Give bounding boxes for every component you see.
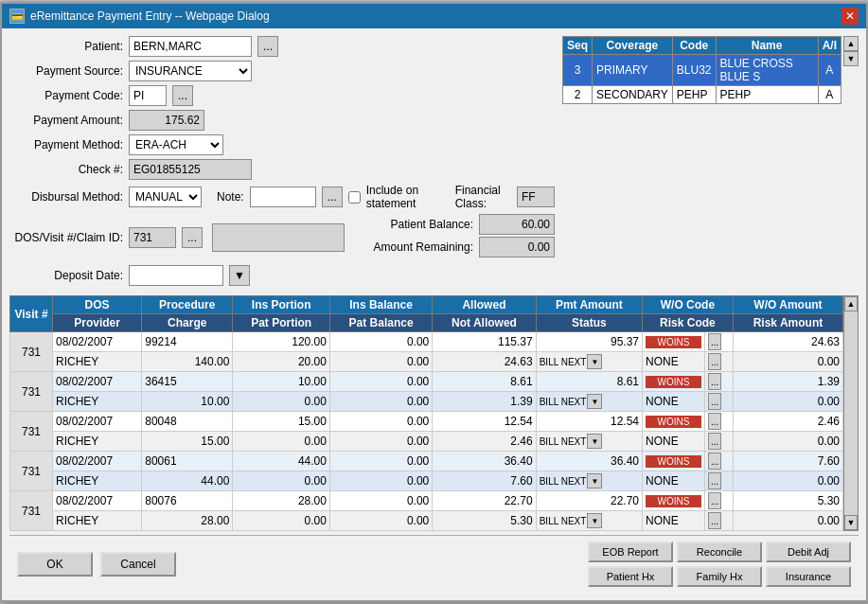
row-charge: 44.00	[142, 471, 233, 491]
close-button[interactable]: ✕	[841, 8, 859, 25]
row-proc: 80076	[142, 491, 233, 511]
row-wo-dots[interactable]: ...	[704, 372, 733, 392]
row-risk-dots[interactable]: ...	[704, 511, 733, 531]
row-provider: RICHEY	[53, 392, 142, 412]
main-table-scroll-up[interactable]: ▲	[844, 296, 858, 311]
row-wo-dots[interactable]: ...	[704, 452, 733, 471]
note-browse-button[interactable]: ...	[322, 187, 343, 207]
status-dropdown-btn[interactable]: ▼	[587, 473, 602, 489]
cov-name: BLUE CROSS BLUE S	[716, 55, 818, 86]
row-proc: 99214	[142, 332, 233, 352]
col-ins-portion: Ins Portion	[233, 296, 330, 314]
insurance-button[interactable]: Insurance	[766, 566, 851, 587]
row-risk-dots[interactable]: ...	[704, 352, 733, 372]
coverage-row[interactable]: 2 SECONDARY PEHP PEHP A	[563, 86, 841, 104]
coverage-header-coverage: Coverage	[593, 37, 673, 55]
row-pat-portion: 0.00	[233, 392, 330, 412]
row-risk-dots[interactable]: ...	[704, 392, 733, 412]
row-status[interactable]: BILL NEXT ▼	[536, 432, 642, 452]
row-allowed: 115.37	[433, 332, 536, 352]
table-row: RICHEY 28.00 0.00 0.00 5.30 BILL NEXT ▼ …	[10, 511, 843, 531]
patient-hx-button[interactable]: Patient Hx	[588, 566, 673, 587]
row-status[interactable]: BILL NEXT ▼	[536, 471, 642, 491]
table-row: RICHEY 140.00 20.00 0.00 24.63 BILL NEXT…	[10, 352, 843, 372]
row-charge: 10.00	[142, 392, 233, 412]
row-wo-dots[interactable]: ...	[704, 412, 733, 432]
row-ins-balance: 0.00	[329, 452, 432, 471]
row-provider: RICHEY	[53, 432, 142, 452]
check-label: Check #:	[9, 163, 123, 176]
reconcile-button[interactable]: Reconcile	[677, 542, 762, 562]
coverage-row[interactable]: 3 PRIMARY BLU32 BLUE CROSS BLUE S A	[563, 55, 841, 86]
disbursal-select[interactable]: MANUAL	[129, 187, 202, 207]
row-ins-portion: 120.00	[233, 332, 330, 352]
row-wo-dots[interactable]: ...	[704, 332, 733, 352]
row-wo-code-box: WOINS	[642, 372, 704, 392]
row-risk-code: NONE	[642, 511, 704, 531]
col-wo-amount: W/O Amount	[733, 296, 842, 314]
row-dos: 08/02/2007	[53, 491, 142, 511]
row-pat-balance: 0.00	[329, 471, 432, 491]
patient-input[interactable]	[129, 36, 252, 57]
row-status[interactable]: BILL NEXT ▼	[536, 511, 642, 531]
financial-class-label: Financial Class:	[455, 184, 511, 210]
row-proc: 80048	[142, 412, 233, 432]
include-on-statement-label: Include on statement	[366, 184, 440, 210]
payment-method-select[interactable]: ERA-ACH	[129, 134, 223, 155]
visit-num: 731	[10, 412, 53, 452]
row-wo-amount: 2.46	[733, 412, 842, 432]
family-hx-button[interactable]: Family Hx	[677, 566, 762, 587]
col-wo-code: W/O Code	[642, 296, 733, 314]
col-provider: Provider	[53, 314, 142, 332]
row-dos: 08/02/2007	[53, 332, 142, 352]
cov-code: BLU32	[672, 55, 716, 86]
coverage-scroll-up[interactable]: ▲	[843, 36, 859, 51]
row-risk-amount: 0.00	[733, 352, 842, 372]
status-dropdown-btn[interactable]: ▼	[587, 394, 602, 409]
dos-browse-button[interactable]: ...	[182, 227, 203, 248]
payment-source-label: Payment Source:	[9, 64, 123, 78]
row-risk-dots[interactable]: ...	[704, 471, 733, 491]
table-row: RICHEY 44.00 0.00 0.00 7.60 BILL NEXT ▼ …	[10, 471, 843, 491]
debit-adj-button[interactable]: Debit Adj	[766, 542, 851, 562]
row-risk-dots[interactable]: ...	[704, 432, 733, 452]
include-on-statement-checkbox[interactable]	[348, 191, 361, 204]
main-table-scroll-down[interactable]: ▼	[844, 515, 858, 530]
col-pat-balance: Pat Balance	[329, 314, 432, 332]
row-risk-code: NONE	[642, 352, 704, 372]
row-dos: 08/02/2007	[53, 412, 142, 432]
deposit-date-btn[interactable]: ▼	[229, 265, 250, 286]
payment-source-select[interactable]: INSURANCE	[129, 61, 252, 81]
row-pat-portion: 0.00	[233, 511, 330, 531]
cancel-button[interactable]: Cancel	[100, 552, 176, 577]
status-dropdown-btn[interactable]: ▼	[587, 513, 602, 528]
status-dropdown-btn[interactable]: ▼	[587, 354, 602, 369]
visit-num: 731	[10, 372, 53, 412]
ok-button[interactable]: OK	[17, 552, 93, 577]
row-risk-code: NONE	[642, 471, 704, 491]
note-input[interactable]	[250, 187, 316, 207]
row-status[interactable]: BILL NEXT ▼	[536, 392, 642, 412]
col-ins-balance: Ins Balance	[329, 296, 432, 314]
row-status[interactable]: BILL NEXT ▼	[536, 352, 642, 372]
coverage-scroll-down[interactable]: ▼	[843, 51, 859, 66]
check-input	[129, 159, 252, 180]
row-allowed: 12.54	[433, 412, 536, 432]
row-wo-dots[interactable]: ...	[704, 491, 733, 511]
row-pmt-amount: 36.40	[536, 452, 642, 471]
row-charge: 28.00	[142, 511, 233, 531]
status-dropdown-btn[interactable]: ▼	[587, 434, 602, 449]
dos-input	[129, 227, 176, 248]
payment-code-browse-button[interactable]: ...	[172, 85, 193, 106]
deposit-date-input[interactable]	[129, 265, 223, 286]
row-not-allowed: 5.30	[433, 511, 536, 531]
row-provider: RICHEY	[53, 471, 142, 491]
dos-textarea[interactable]	[212, 223, 345, 252]
row-allowed: 22.70	[433, 491, 536, 511]
row-ins-portion: 10.00	[233, 372, 330, 392]
patient-browse-button[interactable]: ...	[257, 36, 278, 57]
row-wo-code-box: WOINS	[642, 491, 704, 511]
eob-report-button[interactable]: EOB Report	[588, 542, 673, 562]
row-wo-amount: 7.60	[733, 452, 842, 471]
payment-code-input[interactable]	[129, 85, 167, 106]
